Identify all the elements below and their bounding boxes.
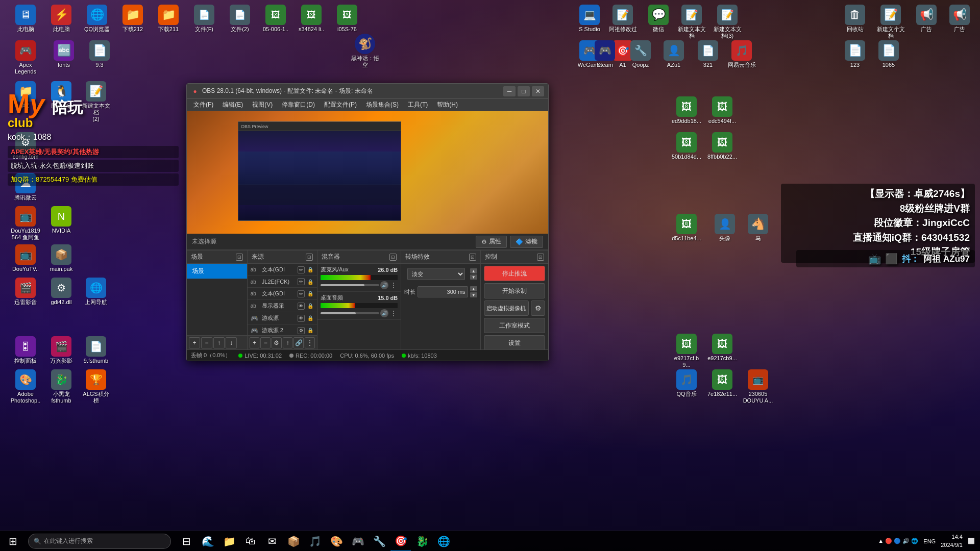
desktop-icon-img2[interactable]: 🖼 s34824 li.. [293, 3, 329, 35]
obs-sources-add-button[interactable]: + [250, 337, 260, 348]
desktop-icon-123b[interactable]: 📄 1065 [871, 38, 906, 70]
obs-source-vis-icon-3[interactable]: ✏ [298, 290, 305, 297]
obs-virtual-camera-button[interactable]: 启动虚拟摄像机 [484, 300, 529, 316]
desktop-icon-qoopz[interactable]: 🔧 Qoopz [623, 38, 658, 70]
desktop-icon-adobe-ps[interactable]: 🎨 AdobePhotoshop.. [8, 367, 43, 406]
taskbar-search-box[interactable]: 🔍 在此键入进行搜索 [28, 534, 171, 549]
obs-mixer-mute-mic[interactable]: 🔊 [380, 281, 388, 289]
obs-sources-more-button[interactable]: ⋮ [305, 337, 315, 348]
desktop-icon-azu1[interactable]: 👤 AZu1 [656, 38, 692, 70]
obs-menu-help[interactable]: 帮助(H) [433, 99, 462, 110]
obs-properties-button[interactable]: ⚙ 属性 [476, 236, 507, 248]
desktop-icon-fonts[interactable]: 🔤 fonts [46, 38, 82, 70]
obs-source-lock-icon-1[interactable]: 🔒 [307, 266, 314, 273]
desktop-icon-qq[interactable]: 🐧 腾讯QQ [43, 79, 79, 111]
obs-source-lock-icon-6[interactable]: 🔒 [307, 327, 314, 334]
obs-scenes-remove-button[interactable]: − [201, 337, 212, 348]
obs-transition-type-select[interactable]: 淡变 [407, 268, 464, 280]
obs-source-item-text-gdi1[interactable]: ab 文本(GDI ✏ 🔒 [248, 264, 317, 276]
taskbar-app-ps[interactable]: 🎨 [326, 531, 347, 552]
desktop-icon-steam[interactable]: 🎮 Steam [587, 38, 623, 70]
taskbar-app-explorer[interactable]: 📁 [219, 531, 239, 552]
obs-menu-file[interactable]: 文件(F) [189, 99, 217, 110]
obs-scenes-up-button[interactable]: ↑ [213, 337, 225, 348]
obs-filters-button[interactable]: 🔷 滤镜 [510, 236, 543, 248]
obs-menu-view[interactable]: 视图(V) [248, 99, 277, 110]
obs-maximize-button[interactable]: □ [518, 86, 530, 96]
desktop-icon-mypc[interactable]: 🖥 此电脑 [8, 3, 43, 35]
obs-source-item-text-gdi2[interactable]: ab 文本(GDI ✏ 🔒 [248, 288, 317, 300]
desktop-icon-recycle[interactable]: 🗑 回收站 [837, 3, 873, 35]
desktop-icon-img-e[interactable]: 🖼 d5c11be4... [669, 212, 704, 244]
obs-menu-edit[interactable]: 编辑(E) [218, 99, 247, 110]
desktop-icon-123[interactable]: 📄 123 [837, 38, 873, 70]
desktop-icon-7e182e[interactable]: 🖼 7e182e11... [704, 367, 740, 399]
desktop-icon-e3[interactable]: 🖼 e9217cb9... [704, 332, 740, 364]
taskbar-notification-icon[interactable]: ⬜ [968, 538, 975, 544]
desktop-icon-newdoc1[interactable]: 📝 新建文个文档 [873, 3, 909, 41]
obs-mixer-volume-slider-desktop[interactable] [321, 312, 379, 314]
obs-transition-up-button[interactable]: ▲ [470, 268, 477, 273]
obs-start-recording-button[interactable]: 开始录制 [484, 283, 545, 298]
desktop-icon-douyu1[interactable]: 📺 DouYu1819564 鱼阿鱼 [8, 204, 43, 243]
obs-duration-down-button[interactable]: ▼ [470, 292, 477, 297]
obs-source-lock-icon-4[interactable]: 🔒 [307, 303, 314, 310]
obs-menu-scene-collection[interactable]: 场景集合(S) [362, 99, 403, 110]
desktop-icon-apex[interactable]: 🎮 ApexLegends [8, 38, 43, 77]
obs-source-vis-icon-2[interactable]: ✏ [298, 278, 305, 285]
obs-controls-expand-icon[interactable]: ⊡ [537, 254, 544, 261]
desktop-icon-mainpak[interactable]: 📦 main.pak [43, 242, 79, 274]
desktop-icon-qq-browser[interactable]: 🌐 QQ浏览器 [79, 3, 115, 35]
taskbar-start-button[interactable]: ⊞ [0, 531, 26, 552]
obs-scenes-expand-icon[interactable]: ⊡ [236, 254, 243, 261]
obs-source-eye-icon-4[interactable]: 👁 [298, 303, 305, 310]
obs-source-item-monitor[interactable]: ab 显示器采 👁 🔒 [248, 300, 317, 312]
obs-sources-remove-button[interactable]: − [260, 337, 271, 348]
obs-source-vis-icon-6[interactable]: ⚙ [298, 327, 305, 334]
taskbar-app-tiktok[interactable]: 🎵 [305, 531, 325, 552]
taskbar-app-taskview[interactable]: ⊟ [176, 531, 197, 552]
obs-duration-up-button[interactable]: ▲ [470, 286, 477, 291]
taskbar-clock[interactable]: 14:4 2024/9/1 [941, 533, 963, 549]
desktop-icon-wechat[interactable]: 💬 微信 [641, 3, 676, 35]
desktop-icon-qqmusic[interactable]: 🎵 QQ音乐 [669, 367, 704, 399]
obs-source-lock-icon-3[interactable]: 🔒 [307, 290, 314, 297]
obs-transitions-expand-icon[interactable]: ⊡ [469, 254, 476, 261]
desktop-icon-crash[interactable]: ⚡ 此电脑 [43, 3, 79, 35]
desktop-icon-e2[interactable]: 🖼 e9217cf b9... [669, 332, 704, 370]
obs-menu-tools[interactable]: 工具(T) [404, 99, 432, 110]
obs-virtual-camera-settings-button[interactable]: ⚙ [531, 300, 545, 316]
taskbar-app-steam[interactable]: 🐉 [412, 531, 432, 552]
desktop-icon-az[interactable]: 📁 AZ [8, 79, 43, 111]
desktop-icon-ma[interactable]: 🐴 马 [740, 212, 776, 244]
taskbar-app-obs[interactable]: 🎯 [390, 531, 411, 552]
desktop-icon-img-a[interactable]: 🖼 ed9ddb18... [669, 94, 704, 127]
desktop-icon-netease-music[interactable]: 🎵 网易云音乐 [724, 38, 760, 70]
desktop-icon-douyu2[interactable]: 📺 DouYuTV.. [8, 242, 43, 274]
obs-studio-mode-button[interactable]: 工作室模式 [484, 318, 545, 333]
obs-mixer-more-mic[interactable]: ⋮ [389, 281, 398, 289]
desktop-icon-config[interactable]: ⚙ config.tom [8, 130, 43, 162]
taskbar-app-tool2[interactable]: 🌐 [433, 531, 454, 552]
desktop-icon-file1[interactable]: 📄 文件(F) [186, 3, 222, 35]
desktop-icon-avatar[interactable]: 👤 头像 [707, 212, 743, 244]
obs-transition-down-button[interactable]: ▼ [470, 274, 477, 280]
desktop-icon-9fsthumb[interactable]: 📄 9.fsthumb [78, 334, 114, 366]
desktop-icon-img-d[interactable]: 🖼 8ffbb0b22... [704, 130, 740, 162]
taskbar-app-edge[interactable]: 🌊 [198, 531, 218, 552]
desktop-icon-img-b[interactable]: 🖼 edc5494f... [704, 94, 740, 127]
obs-source-item-game1[interactable]: 🎮 游戏源 👁 🔒 [248, 312, 317, 324]
obs-close-button[interactable]: ✕ [532, 86, 544, 96]
obs-scene-item-scene[interactable]: 场景 [187, 264, 247, 279]
desktop-icon-newtxt2[interactable]: 📝 新建文本文档(2) [78, 79, 114, 125]
obs-menu-profile[interactable]: 配置文件(P) [320, 99, 361, 110]
desktop-icon-file2[interactable]: 📄 文件(2) [222, 3, 258, 35]
desktop-icon-weiyun[interactable]: ☁ 腾讯微云 [8, 171, 43, 203]
obs-sources-link-button[interactable]: 🔗 [293, 337, 304, 348]
obs-source-lock-icon-2[interactable]: 🔒 [307, 278, 314, 285]
desktop-icon-ad2[interactable]: 📢 广告 [942, 3, 977, 35]
desktop-icon-gdi42[interactable]: ⚙ gdi42.dll [43, 276, 79, 308]
desktop-icon-internet[interactable]: 🌐 上网导航 [78, 276, 114, 308]
obs-menu-docks[interactable]: 停靠窗口(D) [278, 99, 319, 110]
desktop-icon-sstudio[interactable]: 💻 S Studio [572, 3, 607, 35]
